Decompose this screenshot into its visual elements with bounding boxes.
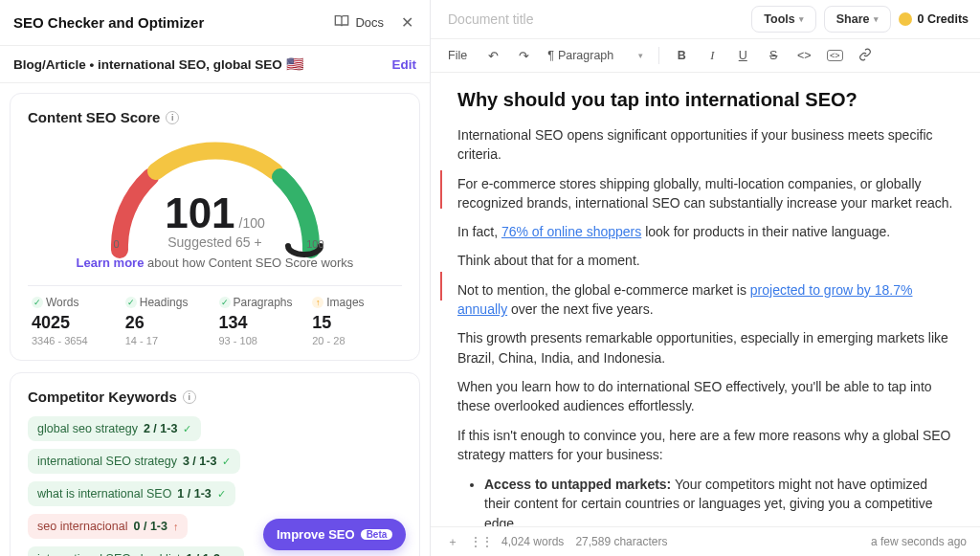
- panel-title: SEO Checker and Optimizer: [13, 14, 326, 31]
- metric-images: ↑Images 15 20 - 28: [308, 296, 402, 346]
- paragraph: Think about that for a moment.: [457, 251, 953, 270]
- document-heading: Why should you tap into international SE…: [457, 86, 953, 114]
- text: look for products in their native langua…: [641, 224, 890, 239]
- check-icon: ✓: [217, 488, 226, 500]
- redo-button[interactable]: ↷: [511, 43, 536, 68]
- text: over the next five years.: [507, 301, 654, 317]
- text: Not to mention, the global e-commerce ma…: [457, 282, 750, 298]
- score-card-title: Content SEO Score: [28, 109, 160, 125]
- info-icon[interactable]: i: [183, 390, 196, 404]
- keyword-count: 1 / 1-3: [186, 552, 219, 556]
- metric-headings: ✓Headings 26 14 - 17: [122, 296, 215, 346]
- docs-button[interactable]: Docs: [326, 10, 391, 35]
- bold-icon: B: [678, 49, 686, 62]
- link-button[interactable]: [853, 43, 878, 68]
- embed-button[interactable]: <>: [822, 43, 847, 68]
- word-count: 4,024 words: [501, 535, 564, 548]
- close-icon: ✕: [401, 13, 413, 32]
- embed-icon: <>: [827, 50, 843, 61]
- strike-icon: S: [769, 49, 777, 62]
- credits-badge[interactable]: 0 Credits: [899, 12, 969, 26]
- paragraph-label: Paragraph: [558, 49, 613, 62]
- keyword-name: international SEO checklist: [37, 552, 180, 556]
- bold-button[interactable]: B: [669, 43, 694, 68]
- link-icon: [858, 48, 872, 64]
- char-count: 27,589 characters: [575, 535, 667, 548]
- code-icon: <>: [797, 49, 812, 62]
- document-body[interactable]: Why should you tap into international SE…: [431, 73, 980, 526]
- file-menu[interactable]: File: [440, 45, 475, 66]
- seo-panel: SEO Checker and Optimizer Docs ✕ Blog/Ar…: [0, 0, 431, 556]
- change-bar: [440, 170, 442, 209]
- metric-label: Images: [326, 296, 364, 309]
- improve-label: Improve SEO: [277, 527, 355, 542]
- paragraph: If this isn't enough to convince you, he…: [457, 426, 953, 465]
- drag-handle[interactable]: ⋮⋮: [473, 533, 490, 550]
- strike-button[interactable]: S: [761, 43, 786, 68]
- check-icon: ✓: [183, 423, 191, 435]
- chevron-down-icon: ▾: [799, 14, 804, 24]
- close-panel-button[interactable]: ✕: [397, 13, 416, 33]
- paragraph: Not to mention, the global e-commerce ma…: [457, 280, 953, 320]
- metric-value: 134: [219, 313, 305, 333]
- info-icon[interactable]: i: [166, 111, 179, 124]
- underline-button[interactable]: U: [730, 43, 755, 68]
- docs-label: Docs: [355, 15, 384, 30]
- gauge-min: 0: [114, 238, 120, 250]
- document-title-input[interactable]: Document title: [442, 8, 744, 31]
- bullet-strong: Access to untapped markets:: [484, 477, 671, 492]
- keyword-chip[interactable]: what is international SEO 1 / 1-3 ✓: [28, 481, 235, 506]
- pilcrow-icon: ¶: [547, 49, 554, 62]
- code-button[interactable]: <>: [791, 43, 816, 68]
- check-icon: ✓: [222, 456, 231, 468]
- check-icon: ✓: [32, 297, 43, 308]
- check-icon: ✓: [125, 297, 137, 308]
- keyword-chip[interactable]: international SEO checklist 1 / 1-3 ✓: [28, 546, 244, 556]
- saved-status: a few seconds ago: [871, 535, 967, 548]
- book-icon: [334, 13, 349, 32]
- share-label: Share: [836, 12, 870, 26]
- metric-label: Headings: [140, 296, 189, 309]
- plus-icon: ＋: [447, 534, 458, 550]
- keyword-chip[interactable]: international SEO strategy 3 / 1-3 ✓: [28, 449, 240, 474]
- credits-label: 0 Credits: [918, 12, 969, 26]
- improve-seo-button[interactable]: Improve SEO Beta: [263, 519, 406, 550]
- paragraph-style-select[interactable]: ¶ Paragraph ▾: [542, 46, 649, 65]
- separator: [658, 47, 659, 64]
- keyword-count: 1 / 1-3: [177, 487, 211, 500]
- score-card: Content SEO Score i 101/100 Sugge: [10, 93, 420, 361]
- add-block-button[interactable]: ＋: [444, 533, 461, 550]
- check-icon: ✓: [219, 297, 231, 308]
- italic-icon: I: [710, 49, 714, 63]
- metric-label: Paragraphs: [234, 296, 293, 309]
- metric-paragraphs: ✓Paragraphs 134 93 - 108: [215, 296, 309, 346]
- tools-button[interactable]: Tools ▾: [751, 6, 815, 33]
- keyword-name: what is international SEO: [37, 487, 171, 500]
- coin-icon: [899, 12, 912, 26]
- share-button[interactable]: Share ▾: [824, 6, 891, 33]
- keyword-chip[interactable]: global seo strategy 2 / 1-3 ✓: [28, 416, 201, 441]
- paragraph: When you learn how to do international S…: [457, 377, 953, 416]
- keyword-count: 0 / 1-3: [134, 520, 167, 533]
- beta-badge: Beta: [361, 529, 393, 540]
- text: In fact,: [457, 224, 501, 239]
- inline-link[interactable]: 76% of online shoppers: [501, 224, 641, 239]
- chevron-down-icon: ▾: [874, 14, 879, 24]
- metric-label: Words: [46, 296, 78, 309]
- redo-icon: ↷: [519, 49, 529, 63]
- warn-icon: ↑: [312, 297, 323, 308]
- paragraph: This growth presents remarkable opportun…: [457, 328, 953, 367]
- edit-button[interactable]: Edit: [392, 57, 417, 72]
- metric-value: 15: [312, 313, 398, 333]
- undo-button[interactable]: ↶: [480, 43, 505, 68]
- metric-range: 14 - 17: [125, 335, 212, 346]
- context-line: Blog/Article • international SEO, global…: [13, 57, 282, 72]
- metrics-row: ✓Words 4025 3346 - 3654 ✓Headings 26 14 …: [28, 285, 402, 346]
- undo-icon: ↶: [488, 49, 499, 63]
- keyword-chip[interactable]: seo internacional 0 / 1-3 ↑: [28, 514, 188, 539]
- paragraph: In fact, 76% of online shoppers look for…: [457, 222, 953, 241]
- score-denom: /100: [239, 215, 265, 231]
- score-gauge: 101/100 Suggested 65 + 0 100: [100, 135, 330, 250]
- italic-button[interactable]: I: [700, 43, 724, 68]
- keyword-count: 2 / 1-3: [144, 422, 177, 435]
